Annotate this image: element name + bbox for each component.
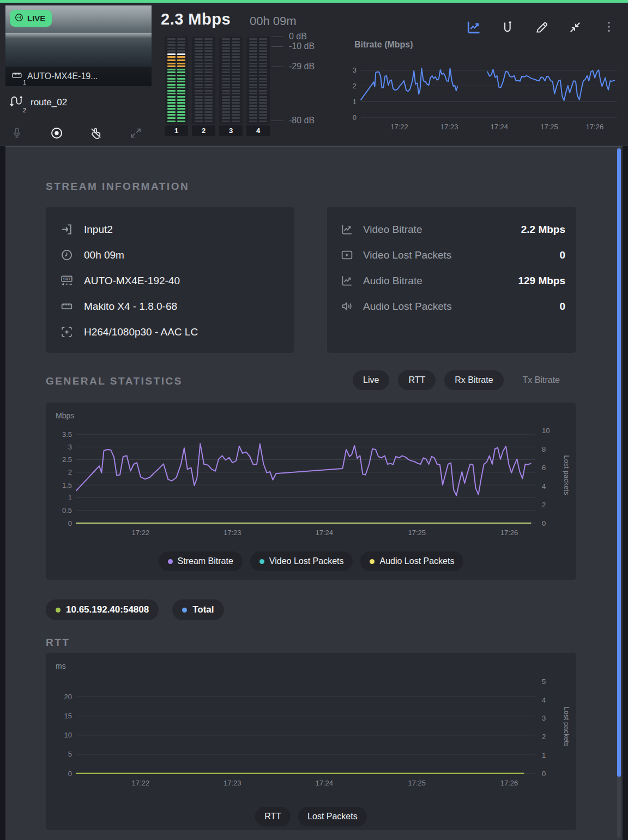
svg-text:2: 2 — [542, 501, 546, 509]
meter-channel-number: 1 — [165, 125, 188, 136]
encoder-icon: 1 — [11, 69, 23, 83]
svg-text:17:25: 17:25 — [540, 123, 558, 131]
source-tags: 10.65.192.40:54808 Total — [46, 599, 224, 620]
svg-text:0.5: 0.5 — [62, 506, 72, 514]
legend-rtt[interactable]: RTT — [255, 807, 291, 826]
stream-encoder-version: Makito X4 - 1.8.0-68 — [84, 301, 177, 313]
header: LIVE 1 AUTO-MX4E-19... — [0, 3, 628, 146]
svg-text:3: 3 — [68, 443, 72, 451]
tab-tx-bitrate[interactable]: Tx Bitrate — [512, 370, 570, 390]
video-icon — [339, 248, 354, 262]
rtt-heading: RTT — [46, 637, 70, 649]
tag-dot — [182, 608, 187, 613]
svg-text:0: 0 — [353, 113, 357, 122]
legend-stream-bitrate[interactable]: Stream Bitrate — [159, 551, 243, 571]
stream-info-item: SRT AUTO-MX4E-192-40 — [59, 268, 294, 293]
svg-text:5: 5 — [542, 677, 546, 686]
edit-pencil-icon[interactable] — [532, 18, 551, 37]
chart-line-icon — [339, 223, 354, 236]
stat-label: Audio Bitrate — [363, 275, 509, 287]
legend-audio-lost-packets[interactable]: Audio Lost Packets — [360, 551, 463, 571]
route-badge-number: 2 — [23, 107, 26, 113]
stat-label: Audio Lost Packets — [363, 301, 551, 313]
speaker-icon — [339, 299, 354, 313]
encoder-icon — [59, 299, 74, 313]
stream-uptime: 00h 09m — [84, 249, 124, 261]
stat-value: 129 Mbps — [518, 275, 565, 287]
svg-text:17:23: 17:23 — [440, 123, 458, 131]
current-bitrate: 2.3 Mbps — [161, 10, 231, 28]
srt-icon: SRT — [59, 274, 74, 287]
stat-row: Video Lost Packets 0 — [339, 242, 565, 268]
stat-row: Audio Bitrate 129 Mbps — [339, 268, 565, 293]
svg-text:Lost packets: Lost packets — [563, 707, 571, 747]
stream-srt-name: AUTO-MX4E-192-40 — [84, 275, 180, 287]
db-scale-label: -80 dB — [271, 116, 315, 125]
svg-text:17:22: 17:22 — [132, 529, 150, 537]
svg-text:2: 2 — [542, 733, 546, 741]
route-row[interactable]: 2 route_02 — [8, 93, 67, 111]
tag-source-address[interactable]: 10.65.192.40:54808 — [46, 599, 159, 620]
tab-rx-bitrate[interactable]: Rx Bitrate — [444, 370, 503, 390]
stat-row: Video Bitrate 2.2 Mbps — [339, 217, 565, 242]
svg-text:17:25: 17:25 — [408, 529, 426, 537]
meter-channel-number: 2 — [192, 125, 215, 136]
statistics-icon[interactable] — [464, 18, 483, 37]
svg-text:17:22: 17:22 — [132, 779, 150, 787]
tab-live[interactable]: Live — [353, 370, 389, 390]
rtt-card: ms 05101520012345Lost packets17:2217:231… — [46, 653, 576, 830]
route-label: route_02 — [31, 97, 67, 108]
stream-input-name: Input2 — [84, 224, 113, 236]
scrollbar-track[interactable] — [617, 147, 621, 838]
scrollbar-thumb[interactable] — [617, 148, 621, 777]
video-thumbnail[interactable]: LIVE 1 AUTO-MX4E-19... — [5, 5, 152, 86]
svg-text:17:25: 17:25 — [408, 779, 426, 787]
svg-text:17:24: 17:24 — [315, 779, 333, 787]
general-statistics-chart: 00.511.522.533.50246810Lost packets17:22… — [51, 419, 571, 544]
svg-text:4: 4 — [542, 696, 546, 704]
record-icon[interactable] — [47, 124, 66, 142]
main-panel: STREAM INFORMATION Input2 — [5, 146, 623, 840]
header-bitrate-chart: 012317:2217:2317:2417:2517:26 — [349, 53, 623, 136]
legend-lost-packets[interactable]: Lost Packets — [298, 807, 367, 826]
stat-row: Audio Lost Packets 0 — [339, 293, 565, 319]
more-menu-icon[interactable] — [600, 18, 618, 37]
svg-text:1: 1 — [353, 98, 357, 106]
stream-info-item: Makito X4 - 1.8.0-68 — [59, 293, 294, 319]
stream-monitor-page: LIVE 1 AUTO-MX4E-19... — [0, 0, 628, 840]
legend-video-lost-packets[interactable]: Video Lost Packets — [250, 551, 353, 571]
route-path-icon[interactable] — [498, 18, 517, 37]
svg-text:1: 1 — [68, 494, 72, 502]
tab-rtt[interactable]: RTT — [398, 370, 436, 390]
svg-text:2: 2 — [353, 82, 357, 90]
chart-line-icon — [339, 274, 354, 287]
db-scale: 0 dB-10 dB-29 dB-80 dB — [271, 37, 353, 124]
meter-channel-number: 3 — [219, 125, 243, 136]
stream-info-item: 00h 09m — [59, 242, 294, 268]
rtt-legend: RTT Lost Packets — [46, 807, 576, 826]
player-controls — [8, 124, 145, 142]
audio-meter-channel: 4 — [246, 37, 270, 136]
svg-text:17:26: 17:26 — [500, 529, 518, 537]
svg-text:15: 15 — [64, 712, 72, 720]
svg-text:17:22: 17:22 — [390, 123, 408, 131]
general-statistics-legend: Stream Bitrate Video Lost Packets Audio … — [46, 551, 576, 571]
svg-text:Lost packets: Lost packets — [563, 455, 571, 495]
stream-info-item: Input2 — [59, 217, 294, 242]
svg-text:17:24: 17:24 — [491, 123, 509, 131]
expand-icon[interactable] — [126, 124, 145, 142]
svg-text:10: 10 — [542, 427, 550, 435]
svg-text:3.5: 3.5 — [62, 430, 72, 439]
legend-dot — [370, 559, 375, 564]
svg-text:1.5: 1.5 — [62, 481, 72, 489]
stat-label: Video Lost Packets — [363, 249, 551, 261]
legend-dot — [168, 559, 173, 564]
route-icon: 2 — [8, 93, 23, 111]
svg-text:17:26: 17:26 — [500, 779, 518, 787]
tag-total[interactable]: Total — [172, 599, 224, 620]
microphone-icon[interactable] — [8, 124, 26, 142]
svg-text:5: 5 — [68, 750, 72, 758]
collapse-icon[interactable] — [566, 18, 584, 37]
hand-block-icon[interactable] — [87, 124, 105, 142]
db-scale-label: -10 dB — [271, 41, 315, 51]
